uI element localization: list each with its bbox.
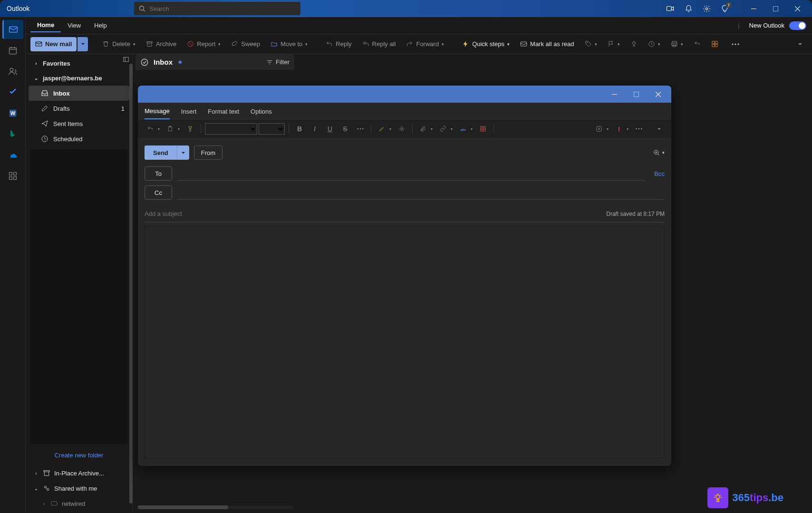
pane-toggle-icon[interactable]: [123, 56, 129, 63]
attach-icon[interactable]: [416, 122, 430, 136]
reply-button[interactable]: Reply: [322, 37, 355, 51]
undo-icon[interactable]: [144, 122, 157, 136]
create-folder-link[interactable]: Create new folder: [29, 447, 129, 464]
folder-inbox[interactable]: Inbox: [29, 86, 129, 101]
italic-icon[interactable]: I: [308, 122, 321, 136]
signature-icon[interactable]: [456, 122, 470, 136]
rail-onedrive[interactable]: [2, 145, 23, 165]
forward-button[interactable]: Forward▾: [402, 37, 448, 51]
favorites-header[interactable]: › Favorites: [29, 56, 129, 71]
more-formatting-icon[interactable]: [354, 122, 367, 136]
tab-options[interactable]: Options: [251, 104, 272, 119]
compose-close[interactable]: [648, 86, 667, 103]
bcc-link[interactable]: Bcc: [654, 170, 665, 177]
pin-button[interactable]: [627, 37, 641, 51]
toolbar-collapse-button[interactable]: [794, 37, 806, 51]
compose-minimize[interactable]: [605, 86, 624, 103]
table-icon[interactable]: [476, 122, 490, 136]
tab-message[interactable]: Message: [145, 104, 170, 119]
toggle-switch[interactable]: [789, 21, 806, 30]
bell-icon[interactable]: [684, 4, 693, 13]
from-button[interactable]: From: [194, 145, 222, 160]
tips-icon[interactable]: 7: [720, 4, 729, 13]
folder-shared-header[interactable]: ⌄ Shared with me: [29, 481, 129, 496]
folder-drafts[interactable]: Drafts 1: [29, 101, 129, 116]
font-family-select[interactable]: [205, 123, 257, 135]
tab-insert[interactable]: Insert: [181, 104, 197, 119]
compose-more-icon[interactable]: [632, 122, 646, 136]
horizontal-scrollbar[interactable]: [138, 505, 293, 509]
importance-icon[interactable]: !: [612, 122, 626, 136]
move-to-button[interactable]: Move to▾: [267, 37, 311, 51]
tag-button[interactable]: ▾: [581, 37, 601, 51]
snooze-button[interactable]: ▾: [644, 37, 664, 51]
send-button[interactable]: Send: [145, 145, 177, 160]
delete-button[interactable]: Delete▾: [98, 37, 139, 51]
link-icon[interactable]: [436, 122, 450, 136]
sweep-button[interactable]: Sweep: [227, 37, 264, 51]
strikethrough-icon[interactable]: S: [338, 122, 352, 136]
archive-button[interactable]: Archive: [142, 37, 180, 51]
rail-calendar[interactable]: [2, 41, 23, 60]
filter-button[interactable]: Filter: [266, 58, 290, 66]
toolbar-more-button[interactable]: [728, 37, 743, 51]
styles-icon[interactable]: [395, 122, 408, 136]
to-button[interactable]: To: [145, 166, 172, 181]
minimize-button[interactable]: [743, 0, 764, 17]
send-dropdown[interactable]: [177, 145, 189, 160]
cc-button[interactable]: Cc: [145, 185, 172, 200]
cc-field[interactable]: [177, 185, 665, 200]
rail-apps[interactable]: [2, 166, 23, 185]
paste-icon[interactable]: [164, 122, 177, 136]
meet-now-icon[interactable]: [666, 4, 675, 13]
select-all-icon[interactable]: [140, 58, 149, 67]
flag-button[interactable]: ▾: [604, 37, 624, 51]
reply-all-button[interactable]: Reply all: [358, 37, 400, 51]
folder-netwired[interactable]: › netwired: [29, 496, 129, 511]
folder-archive-header[interactable]: › In-Place Archive...: [29, 465, 129, 481]
account-header[interactable]: ⌄ jasper@bernaers.be: [29, 71, 129, 86]
menu-view[interactable]: View: [61, 19, 87, 32]
compose-maximize[interactable]: [627, 86, 646, 103]
underline-icon[interactable]: U: [323, 122, 337, 136]
menu-help[interactable]: Help: [87, 19, 114, 32]
board-button[interactable]: [707, 37, 722, 51]
rail-mail[interactable]: [2, 20, 23, 39]
rail-bing[interactable]: [2, 125, 23, 144]
watermark: 365tips.be: [707, 487, 783, 508]
gear-icon[interactable]: [702, 4, 711, 13]
compose-body-area[interactable]: [145, 226, 665, 458]
star-icon[interactable]: ★: [177, 58, 183, 66]
folder-sent[interactable]: Sent Items: [29, 116, 129, 131]
new-outlook-toggle[interactable]: | New Outlook: [738, 21, 806, 30]
close-button[interactable]: [786, 0, 808, 17]
sensitivity-icon[interactable]: [592, 122, 606, 136]
bold-icon[interactable]: B: [293, 122, 306, 136]
draft-saved-text: Draft saved at 8:17 PM: [606, 211, 665, 217]
new-mail-dropdown[interactable]: [77, 37, 88, 51]
search-input[interactable]: [149, 5, 296, 12]
menu-home[interactable]: Home: [30, 19, 61, 32]
quick-steps-button[interactable]: Quick steps▾: [458, 37, 513, 51]
maximize-button[interactable]: [764, 0, 786, 17]
new-mail-button[interactable]: New mail: [30, 37, 77, 51]
rail-people[interactable]: [2, 62, 23, 81]
subject-field[interactable]: [145, 210, 606, 217]
zoom-button[interactable]: ▾: [653, 149, 665, 156]
rail-todo[interactable]: [2, 83, 23, 102]
to-field[interactable]: [177, 166, 646, 181]
folder-scrollbar[interactable]: [129, 64, 133, 503]
report-button[interactable]: Report▾: [183, 37, 224, 51]
tab-format-text[interactable]: Format text: [208, 104, 239, 119]
folder-scheduled[interactable]: Scheduled: [29, 131, 129, 146]
font-size-select[interactable]: [259, 123, 285, 135]
compose-toolbar-collapse[interactable]: [652, 122, 666, 136]
mark-all-read-button[interactable]: Mark all as read: [516, 37, 578, 51]
highlight-icon[interactable]: [375, 122, 388, 136]
print-button[interactable]: ▾: [667, 37, 687, 51]
undo-button[interactable]: [690, 37, 705, 51]
svg-rect-11: [671, 43, 677, 46]
search-box[interactable]: [134, 2, 300, 15]
rail-word[interactable]: W: [2, 104, 23, 123]
format-painter-icon[interactable]: [184, 122, 197, 136]
